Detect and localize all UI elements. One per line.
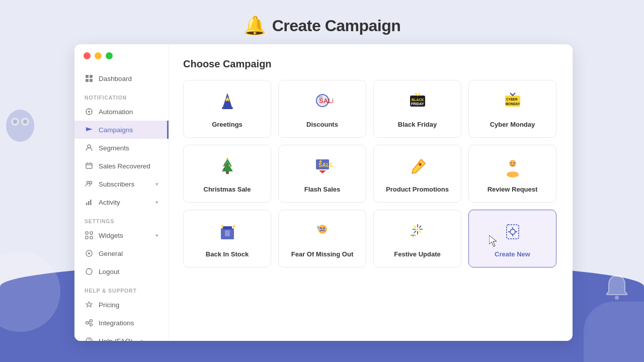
campaign-grid: Greetings SALE % Discounts [183, 80, 556, 267]
flash-sales-icon: SALE ⚡ [312, 156, 333, 180]
integrations-icon [85, 318, 94, 327]
sidebar-label-logout: Logout [99, 268, 119, 276]
sidebar-label-integrations: Integrations [99, 319, 134, 327]
campaign-card-product-promotions[interactable]: Product Promotions [373, 145, 461, 203]
svg-rect-28 [86, 232, 88, 234]
svg-point-63 [223, 168, 224, 170]
sidebar-item-pricing[interactable]: Pricing [74, 296, 169, 314]
campaign-card-fear-of-missing-out[interactable]: Fear Of Missing Out [278, 210, 366, 267]
sidebar-label-widgets: Widgets [99, 232, 123, 239]
sidebar-item-widgets[interactable]: Widgets ▾ [74, 226, 169, 244]
sidebar-item-campaigns[interactable]: Campaigns [74, 121, 169, 139]
widgets-icon [85, 231, 94, 240]
svg-text:?: ? [88, 338, 91, 341]
campaign-card-festive-update[interactable]: Festive Update [373, 210, 461, 267]
main-window: Dashboard NOTIFICATION Automation [74, 44, 573, 341]
sidebar-item-help-faq[interactable]: ? Help (FAQ) ↗ [74, 332, 169, 341]
svg-point-73 [513, 162, 515, 164]
product-promotions-icon [407, 156, 428, 180]
traffic-light-yellow[interactable] [95, 52, 102, 59]
svg-point-4 [13, 120, 17, 124]
svg-rect-76 [225, 230, 230, 236]
page-title-icon: 🔔 [244, 15, 266, 36]
sidebar-item-dashboard[interactable]: Dashboard [74, 69, 169, 87]
svg-rect-30 [86, 236, 88, 239]
svg-rect-9 [90, 79, 93, 82]
campaign-card-flash-sales[interactable]: SALE ⚡ Flash Sales [278, 145, 366, 203]
section-title: Choose Campaign [183, 58, 556, 70]
campaign-card-review-request[interactable]: Review Request [468, 145, 556, 203]
sidebar-label-pricing: Pricing [99, 301, 119, 309]
external-link-icon: ↗ [139, 338, 143, 341]
back-in-stock-label: Back In Stock [206, 250, 249, 258]
svg-point-0 [615, 296, 619, 300]
svg-point-92 [412, 235, 414, 236]
svg-text:MONDAY: MONDAY [506, 102, 520, 106]
sidebar-item-sales-recovered[interactable]: Sales Recovered [74, 157, 169, 175]
svg-line-39 [89, 321, 90, 323]
festive-update-icon [407, 221, 428, 245]
svg-point-1 [6, 110, 34, 142]
subscribers-chevron: ▾ [155, 181, 158, 188]
create-new-icon [502, 221, 523, 245]
campaign-card-cyber-monday[interactable]: CYBER MONDAY Cyber Monday [468, 80, 556, 138]
svg-rect-19 [86, 163, 92, 168]
mascot-decoration [0, 101, 65, 148]
svg-text:BLACK: BLACK [412, 98, 424, 102]
campaign-card-create-new[interactable]: Create New [468, 210, 556, 267]
sidebar-section-notification: NOTIFICATION [74, 87, 169, 103]
traffic-light-red[interactable] [84, 52, 91, 59]
black-friday-label: Black Friday [398, 121, 437, 128]
flash-sales-label: Flash Sales [304, 186, 341, 193]
svg-rect-8 [86, 79, 89, 82]
traffic-lights [84, 52, 113, 59]
fear-of-missing-out-label: Fear Of Missing Out [291, 250, 354, 258]
traffic-light-green[interactable] [106, 52, 113, 59]
sidebar-item-integrations[interactable]: Integrations [74, 314, 169, 332]
svg-line-40 [89, 323, 90, 324]
sidebar-item-subscribers[interactable]: Subscribers ▾ [74, 175, 169, 193]
svg-point-83 [417, 228, 419, 230]
black-friday-icon: BLACK FRIDAY [407, 92, 428, 116]
svg-point-18 [88, 145, 91, 148]
svg-point-11 [88, 111, 90, 113]
activity-icon [85, 198, 94, 207]
campaign-card-back-in-stock[interactable]: ⚡ ⚡ Back In Stock [183, 210, 271, 267]
sidebar-item-activity[interactable]: Activity ▾ [74, 193, 169, 211]
svg-point-81 [323, 227, 325, 229]
page-title-area: 🔔 Create Campaign [244, 15, 401, 36]
help-icon: ? [85, 336, 94, 341]
discounts-icon: SALE % [312, 92, 333, 116]
campaign-card-discounts[interactable]: SALE % Discounts [278, 80, 366, 138]
greetings-label: Greetings [212, 121, 243, 128]
campaign-card-black-friday[interactable]: BLACK FRIDAY Black Friday [373, 80, 461, 138]
main-content: Choose Campaign Greetings [169, 44, 573, 341]
sidebar-item-segments[interactable]: Segments [74, 139, 169, 157]
sidebar-label-subscribers: Subscribers [99, 180, 134, 188]
svg-point-5 [23, 120, 27, 124]
sidebar-label-campaigns: Campaigns [99, 126, 133, 134]
svg-text:FRIDAY: FRIDAY [411, 102, 424, 106]
dashboard-icon [85, 74, 94, 83]
svg-marker-58 [222, 162, 233, 171]
background-bell-icon [605, 274, 629, 302]
campaign-card-greetings[interactable]: Greetings [183, 80, 271, 138]
campaign-card-christmas-sale[interactable]: Christmas Sale [183, 145, 271, 203]
sidebar-label-automation: Automation [99, 108, 133, 116]
sales-recovered-icon [85, 161, 94, 170]
sidebar-item-logout[interactable]: Logout [74, 262, 169, 281]
svg-point-33 [88, 252, 90, 254]
sidebar-item-general[interactable]: General [74, 244, 169, 262]
sidebar-label-dashboard: Dashboard [99, 75, 132, 82]
sidebar-label-sales-recovered: Sales Recovered [99, 162, 150, 170]
svg-point-62 [228, 165, 230, 166]
svg-text:⚡: ⚡ [318, 159, 323, 164]
svg-rect-25 [86, 203, 88, 205]
svg-point-71 [507, 171, 519, 177]
svg-line-91 [414, 231, 416, 233]
svg-rect-7 [90, 75, 93, 78]
segments-icon [85, 143, 94, 152]
svg-point-60 [226, 157, 228, 159]
sidebar-item-automation[interactable]: Automation [74, 103, 169, 121]
svg-point-98 [510, 229, 515, 234]
